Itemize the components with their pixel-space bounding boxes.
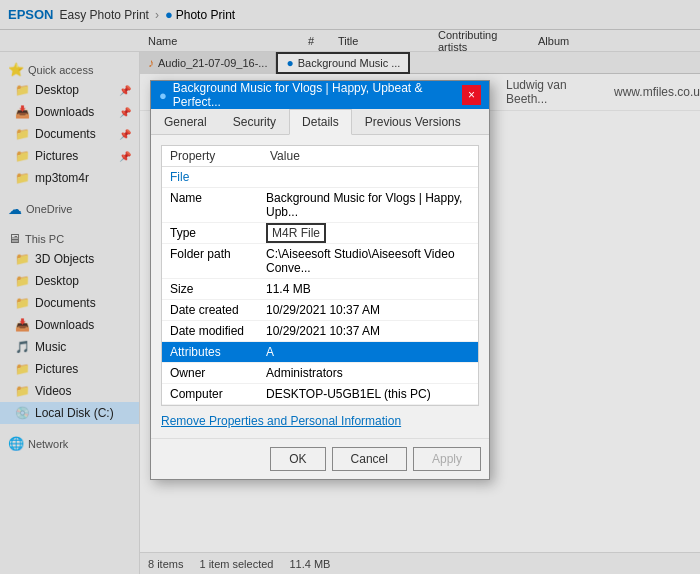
dialog-tab-security[interactable]: Security — [220, 109, 289, 134]
prop-key-size: Size — [170, 282, 266, 296]
dialog-close-button[interactable]: × — [462, 85, 481, 105]
prop-row-size: Size 11.4 MB — [162, 279, 478, 300]
modal-overlay: ● Background Music for Vlogs | Happy, Up… — [0, 0, 700, 574]
dialog-tab-details[interactable]: Details — [289, 109, 352, 135]
apply-button[interactable]: Apply — [413, 447, 481, 471]
prop-val-folder: C:\Aiseesoft Studio\Aiseesoft Video Conv… — [266, 247, 470, 275]
dialog-content: Property Value File Name Background Musi… — [151, 135, 489, 438]
prop-row-computer: Computer DESKTOP-U5GB1EL (this PC) — [162, 384, 478, 405]
dialog-title-container: ● Background Music for Vlogs | Happy, Up… — [159, 81, 462, 109]
cancel-button[interactable]: Cancel — [332, 447, 407, 471]
prop-key-name: Name — [170, 191, 266, 219]
prop-val-size: 11.4 MB — [266, 282, 470, 296]
dialog-title: Background Music for Vlogs | Happy, Upbe… — [173, 81, 462, 109]
prop-row-modified: Date modified 10/29/2021 10:37 AM — [162, 321, 478, 342]
prop-key-type: Type — [170, 226, 266, 240]
prop-key-modified: Date modified — [170, 324, 266, 338]
prop-val-attributes: A — [266, 345, 470, 359]
prop-row-name: Name Background Music for Vlogs | Happy,… — [162, 188, 478, 223]
prop-row-folder: Folder path C:\Aiseesoft Studio\Aiseesof… — [162, 244, 478, 279]
ok-button[interactable]: OK — [270, 447, 325, 471]
type-value-highlighted: M4R File — [266, 223, 326, 243]
prop-key-folder: Folder path — [170, 247, 266, 275]
prop-key-attributes: Attributes — [170, 345, 266, 359]
dialog-titlebar: ● Background Music for Vlogs | Happy, Up… — [151, 81, 489, 109]
properties-table-container: Property Value File Name Background Musi… — [161, 145, 479, 406]
prop-val-computer: DESKTOP-U5GB1EL (this PC) — [266, 387, 470, 401]
prop-val-created: 10/29/2021 10:37 AM — [266, 303, 470, 317]
remove-properties-link[interactable]: Remove Properties and Personal Informati… — [161, 414, 479, 428]
prop-key-created: Date created — [170, 303, 266, 317]
prop-row-created: Date created 10/29/2021 10:37 AM — [162, 300, 478, 321]
dialog-footer: OK Cancel Apply — [151, 438, 489, 479]
prop-val-modified: 10/29/2021 10:37 AM — [266, 324, 470, 338]
prop-row-attributes: Attributes A — [162, 342, 478, 363]
dialog-title-icon: ● — [159, 88, 167, 103]
file-section-header: File — [162, 167, 478, 188]
prop-key-computer: Computer — [170, 387, 266, 401]
prop-val-type: M4R File — [266, 226, 470, 240]
col-value-header: Value — [270, 149, 470, 163]
prop-val-name: Background Music for Vlogs | Happy, Upb.… — [266, 191, 470, 219]
prop-key-owner: Owner — [170, 366, 266, 380]
dialog-tabs: General Security Details Previous Versio… — [151, 109, 489, 135]
table-header: Property Value — [162, 146, 478, 167]
dialog-tab-previous[interactable]: Previous Versions — [352, 109, 474, 134]
prop-row-owner: Owner Administrators — [162, 363, 478, 384]
prop-val-owner: Administrators — [266, 366, 470, 380]
dialog-tab-general[interactable]: General — [151, 109, 220, 134]
col-property-header: Property — [170, 149, 270, 163]
prop-row-type: Type M4R File — [162, 223, 478, 244]
properties-dialog: ● Background Music for Vlogs | Happy, Up… — [150, 80, 490, 480]
